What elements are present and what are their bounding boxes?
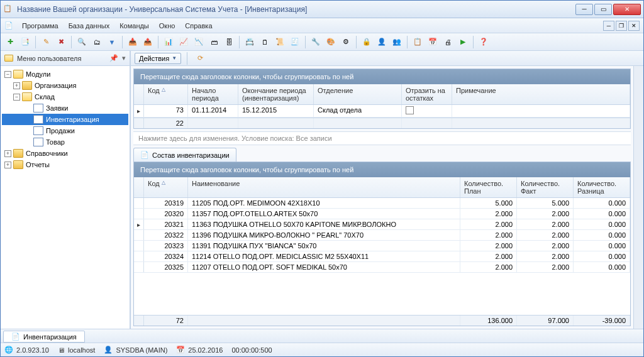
dcol-plan[interactable]: Количество. План	[460, 177, 517, 197]
play-icon[interactable]: ▶	[456, 35, 470, 49]
dcell-diff: 0.000	[574, 230, 630, 240]
tool6-icon[interactable]: 📇	[243, 35, 257, 49]
maximize-button[interactable]: ▭	[594, 4, 612, 15]
tree-organization[interactable]: + Организация	[2, 80, 128, 91]
print-icon[interactable]: 🖨	[441, 35, 455, 49]
group-panel[interactable]: Перетащите сюда заголовок колонки, чтобы…	[134, 69, 630, 84]
delete-icon[interactable]: ✖	[54, 35, 68, 49]
cell-reflect[interactable]	[402, 105, 452, 117]
expand-icon[interactable]: +	[4, 150, 11, 157]
tool4-icon[interactable]: 🗃	[207, 35, 221, 49]
search-condition[interactable]: Нажмите здесь для изменения. Условие пои…	[133, 131, 631, 145]
mdi-minimize-button[interactable]: ─	[603, 21, 614, 31]
import-icon[interactable]: 📥	[126, 35, 140, 49]
col-period-end[interactable]: Окончание периода (инвентаризация)	[238, 84, 314, 104]
mdi-close-button[interactable]: ✕	[628, 21, 640, 31]
tree-sales[interactable]: Продажи	[2, 125, 128, 136]
pin-icon[interactable]: 📌	[109, 54, 118, 62]
detail-row[interactable]: 2032511207 OTELLO ПОД.ОРТ. SOFT MEDIKAL …	[134, 262, 630, 273]
sidebar: Меню пользователя 📌 ▾ − Модули + Организ…	[1, 51, 130, 329]
tool5-icon[interactable]: 🗄	[222, 35, 236, 49]
checkbox-icon[interactable]	[406, 106, 414, 114]
dfoot-code: 72	[144, 316, 188, 326]
tool7-icon[interactable]: 🗒	[258, 35, 272, 49]
master-row[interactable]: ▸ 73 01.11.2014 15.12.2015 Склад отдела	[134, 105, 630, 118]
wrench-icon[interactable]: 🔧	[309, 35, 323, 49]
list-icon[interactable]: 📋	[411, 35, 425, 49]
palette-icon[interactable]: 🎨	[324, 35, 338, 49]
search-icon[interactable]: 🔍	[75, 35, 89, 49]
menu-program[interactable]: Программа	[17, 20, 64, 31]
dcell-code: 20319	[144, 198, 188, 208]
dcol-diff[interactable]: Количество. Разница	[574, 177, 630, 197]
dcell-name: 11214 OTELLO ПОД.ОРТ. MEDICLASSIC M2 55X…	[188, 251, 460, 261]
tool2-icon[interactable]: 📈	[177, 35, 191, 49]
tree-references[interactable]: + Справочники	[2, 148, 128, 159]
detail-tab[interactable]: 📄 Состав инвентаризации	[133, 148, 236, 162]
server-icon: 🖥	[58, 346, 65, 354]
filter-icon[interactable]: 🗂	[90, 35, 104, 49]
tree-warehouse[interactable]: − Склад	[2, 91, 128, 102]
col-reflect[interactable]: Отразить на остатках	[402, 84, 452, 104]
export-icon[interactable]: 📤	[141, 35, 155, 49]
app-menu-icon: 📄	[4, 21, 13, 30]
statusbar: 🌐2.0.923.10 🖥localhost 👤SYSDBA (MAIN) 📅2…	[1, 343, 643, 356]
detail-row[interactable]: 2032311391 ПОДУШКА ПУХ "BIANCA" 50x702.0…	[134, 241, 630, 251]
dcol-code[interactable]: Код△	[144, 177, 188, 197]
actions-button[interactable]: Действия ▼	[135, 53, 181, 64]
lock-icon[interactable]: 🔒	[360, 35, 374, 49]
detail-row[interactable]: 2032011357 ПОД.ОРТ.OTELLO.ARTEX 50x702.0…	[134, 209, 630, 219]
detail-row[interactable]: 2032211396 ПОДУШКА МИКРО-ВОЛОКНО " PEARL…	[134, 230, 630, 241]
calendar-icon[interactable]: 📅	[426, 35, 440, 49]
collapse-icon[interactable]: −	[13, 94, 20, 101]
detail-row[interactable]: 2032411214 OTELLO ПОД.ОРТ. MEDICLASSIC M…	[134, 251, 630, 262]
dcol-fact[interactable]: Количество. Факт	[517, 177, 574, 197]
tool9-icon[interactable]: 🧾	[288, 35, 302, 49]
minimize-button[interactable]: ─	[575, 4, 593, 15]
mdi-restore-button[interactable]: ❐	[616, 21, 627, 31]
tool1-icon[interactable]: 📊	[162, 35, 175, 49]
status-date: 25.02.2016	[188, 346, 223, 354]
col-period-start[interactable]: Начало периода	[188, 84, 238, 104]
tool3-icon[interactable]: 📉	[192, 35, 206, 49]
detail-row[interactable]: 2031911205 ПОД.ОРТ. MEDIMOON 42X18X105.0…	[134, 198, 630, 209]
user-icon[interactable]: 👤	[375, 35, 389, 49]
edit-icon[interactable]: ✎	[39, 35, 53, 49]
detail-group-panel[interactable]: Перетащите сюда заголовок колонки, чтобы…	[134, 162, 630, 177]
dcell-code: 20323	[144, 241, 188, 251]
col-code[interactable]: Код△	[144, 84, 188, 104]
collapse-icon[interactable]: −	[4, 71, 11, 78]
tool8-icon[interactable]: 📜	[273, 35, 287, 49]
detail-row[interactable]: ▸2032111363 ПОДУШКА OTHELLO 50X70 KAPITO…	[134, 219, 630, 230]
refresh-icon[interactable]: ⟳	[193, 52, 207, 65]
dcell-fact: 2.000	[517, 251, 574, 261]
vertical-scrollbar[interactable]	[633, 66, 643, 329]
mdi-tab-inventory[interactable]: 📄 Инвентаризация	[3, 331, 85, 343]
users-icon[interactable]: 👥	[390, 35, 404, 49]
tree-reports[interactable]: + Отчеты	[2, 159, 128, 170]
folder-icon	[4, 55, 13, 62]
tree-modules[interactable]: − Модули	[2, 69, 128, 80]
close-button[interactable]: ✕	[613, 4, 641, 15]
menu-database[interactable]: База данных	[64, 20, 115, 31]
dcell-plan: 2.000	[460, 230, 517, 240]
expand-icon[interactable]: +	[4, 162, 11, 168]
dcol-name[interactable]: Наименование	[188, 177, 460, 197]
col-note[interactable]: Примечание	[452, 84, 630, 104]
sidebar-menu-icon[interactable]: ▾	[122, 54, 126, 62]
help-icon[interactable]: ❓	[477, 35, 491, 49]
menu-help[interactable]: Справка	[180, 20, 217, 31]
tree-inventory[interactable]: Инвентаризация	[2, 114, 128, 125]
detail-header: Код△ Наименование Количество. План Колич…	[134, 177, 630, 198]
gear-icon[interactable]: ⚙	[339, 35, 353, 49]
menu-window[interactable]: Окно	[154, 20, 180, 31]
expand-icon[interactable]: +	[13, 82, 20, 89]
add-icon[interactable]: ✚	[3, 35, 17, 49]
tree-goods[interactable]: Товар	[2, 136, 128, 148]
app-icon: 📋	[3, 4, 13, 14]
funnel-icon[interactable]: ▼	[105, 35, 119, 49]
menu-commands[interactable]: Команды	[114, 20, 154, 31]
col-department[interactable]: Отделение	[314, 84, 402, 104]
tree-requests[interactable]: Заявки	[2, 102, 128, 114]
copy-icon[interactable]: 📑	[18, 35, 32, 49]
